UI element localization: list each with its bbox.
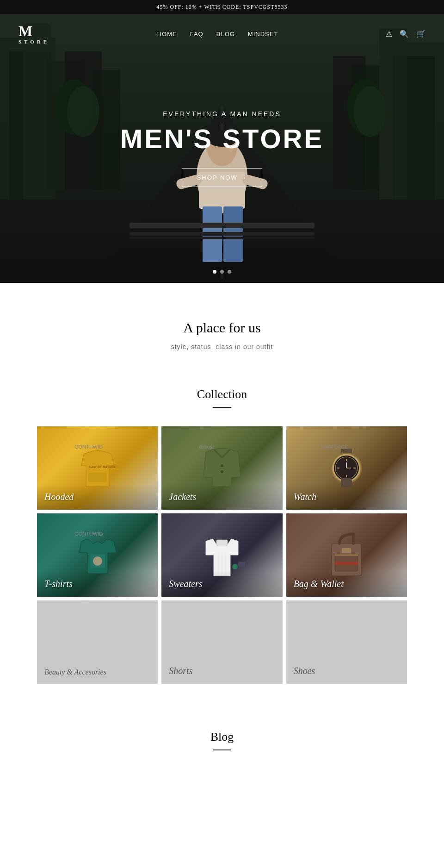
collection-item-beauty[interactable]: Beauty & Accesories [37,600,158,684]
logo-store: STORE [18,39,49,44]
beauty-label: Beauty & Accesories [37,661,158,684]
banner-text: 45% OFF: 10% + WITH CODE: TSPVCGST8533 [156,4,287,10]
svg-point-34 [221,464,223,467]
nav-mindset[interactable]: MINDSET [248,31,278,37]
blog-divider [213,749,231,750]
svg-rect-31 [88,473,107,482]
collection-grid: GONTHWID LAW OF NATURE Hooded dimusi [37,426,407,684]
nav-links: HOME FAQ BLOG MINDSET [157,31,278,37]
svg-rect-61 [342,548,351,553]
nav-blog[interactable]: BLOG [216,31,235,37]
intro-subtext: style, status, class in our outfit [18,343,426,350]
tshirts-label: T-shirts [37,571,158,597]
svg-rect-29 [130,237,314,239]
svg-rect-28 [130,232,314,236]
hero-subtitle: EVERYTHING A MAN NEEDS [120,110,324,118]
hero-dots [213,270,231,274]
svg-text:GONTHWID: GONTHWID [74,531,103,537]
blog-section: Blog [0,712,444,797]
jackets-label: Jackets [161,484,282,510]
nav-home[interactable]: HOME [157,31,177,37]
hero-section: M STORE HOME FAQ BLOG MINDSET ⚠ 🔍 🛒 EVER… [0,14,444,283]
collection-item-bag[interactable]: Bag & Wallet [286,513,407,597]
dot-1[interactable] [213,270,216,274]
collection-heading: Collection [37,387,407,401]
navbar: M STORE HOME FAQ BLOG MINDSET ⚠ 🔍 🛒 [0,14,444,54]
hero-content: EVERYTHING A MAN NEEDS MEN'S STORE SHOP … [120,110,324,187]
site-logo[interactable]: M STORE [18,24,49,44]
logo-letter: M [18,23,33,39]
blog-heading: Blog [37,730,407,744]
svg-rect-51 [216,540,228,545]
svg-rect-60 [335,562,358,565]
shorts-label: Shorts [161,658,282,684]
svg-text:dimusi: dimusi [199,444,214,450]
svg-rect-27 [130,223,314,228]
svg-text:LAW OF NATURE: LAW OF NATURE [89,465,116,468]
intro-section: A place for us style, status, class in o… [0,283,444,378]
collection-item-sweaters[interactable]: Sweaters [161,513,282,597]
shoes-label: Shoes [286,658,407,684]
shop-now-button[interactable]: SHOP NOW → [182,168,263,187]
collection-item-hooded[interactable]: GONTHWID LAW OF NATURE Hooded [37,426,158,510]
svg-text:GONTHWID: GONTHWID [74,444,103,450]
watch-label: Watch [286,484,407,510]
bag-label: Bag & Wallet [286,571,407,597]
svg-rect-56 [238,562,245,567]
svg-point-35 [221,470,223,473]
hooded-label: Hooded [37,484,158,510]
collection-section: Collection GONTHWID LAW OF NATURE Hooded [0,378,444,712]
hero-title: MEN'S STORE [120,123,324,154]
nav-faq[interactable]: FAQ [190,31,204,37]
collection-item-jackets[interactable]: dimusi Jackets [161,426,282,510]
intro-heading: A place for us [18,320,426,336]
svg-point-50 [93,556,102,566]
collection-item-shorts[interactable]: Shorts [161,600,282,684]
collection-item-watch[interactable]: NAVIFORCE [286,426,407,510]
svg-point-55 [232,564,238,569]
nav-icons: ⚠ 🔍 🛒 [386,30,426,38]
collection-item-tshirts[interactable]: GONTHWID T-shirts [37,513,158,597]
collection-divider [213,407,231,408]
collection-item-shoes[interactable]: Shoes [286,600,407,684]
dot-2[interactable] [220,270,224,274]
sweaters-label: Sweaters [161,571,282,597]
user-icon[interactable]: ⚠ [386,30,392,38]
cart-icon[interactable]: 🛒 [416,30,426,38]
search-icon[interactable]: 🔍 [400,30,409,38]
dot-3[interactable] [228,270,231,274]
top-banner: 45% OFF: 10% + WITH CODE: TSPVCGST8533 [0,0,444,14]
